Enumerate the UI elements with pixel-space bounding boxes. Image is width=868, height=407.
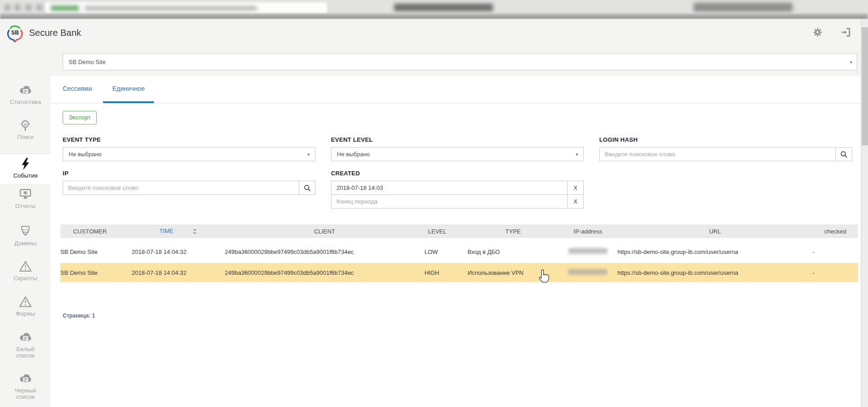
sidebar-item-label: Скрипты bbox=[14, 275, 37, 282]
settings-gear-icon[interactable] bbox=[812, 26, 824, 38]
filter-label: CREATED bbox=[331, 170, 584, 177]
browser-button-blur bbox=[5, 5, 10, 10]
cloud-list-icon bbox=[19, 331, 32, 344]
sort-icon[interactable] bbox=[192, 228, 197, 235]
cell-ip bbox=[558, 240, 617, 263]
event-level-value: Не выбрано bbox=[331, 151, 370, 158]
event-type-value: Не выбрано bbox=[63, 151, 102, 158]
filter-label: IP bbox=[63, 170, 316, 177]
cloud-list-icon bbox=[19, 84, 32, 97]
column-header-client[interactable]: CLIENT bbox=[225, 224, 424, 240]
filter-login-hash: LOGIN HASH bbox=[599, 136, 852, 161]
sidebar-item-whitelist[interactable]: Белый список bbox=[0, 331, 51, 359]
filters: EVENT TYPE Не выбрано ▾ EVENT LEVEL Не в… bbox=[63, 136, 852, 208]
browser-button-blur bbox=[36, 5, 42, 10]
ip-search-icon bbox=[19, 119, 32, 132]
scrollbar-track[interactable] bbox=[861, 19, 868, 407]
filter-label: EVENT LEVEL bbox=[331, 136, 584, 143]
filter-label: EVENT TYPE bbox=[63, 136, 316, 143]
cell-customer: SB Demo Site bbox=[60, 240, 132, 263]
sidebar-item-label: Формы bbox=[16, 311, 35, 317]
column-header-checked[interactable]: checked bbox=[813, 224, 858, 240]
cell-client: 249ba36000029bbe97499c03db5a9001f6b734ec bbox=[225, 262, 424, 282]
warning-triangle-icon bbox=[19, 260, 32, 273]
column-header-customer[interactable]: CUSTOMER bbox=[60, 224, 132, 240]
sidebar-item-label: Черный список bbox=[12, 387, 39, 400]
filter-label: LOGIN HASH bbox=[599, 136, 852, 143]
created-start-input[interactable] bbox=[331, 181, 567, 195]
secure-badge-blur bbox=[51, 5, 79, 11]
filter-ip: IP bbox=[63, 170, 316, 208]
sidebar-item-statistics[interactable]: Статистика bbox=[0, 84, 51, 105]
export-button[interactable]: Экспорт bbox=[63, 111, 97, 124]
pagination-label: Страница: 1 bbox=[63, 313, 95, 319]
tab-bar: Сессиями Единичное bbox=[51, 76, 861, 104]
sidebar-item-label: Белый список bbox=[12, 346, 39, 359]
cell-customer: SB Demo Site bbox=[60, 262, 132, 282]
sidebar-item-reports[interactable]: Отчеты bbox=[0, 188, 51, 209]
sidebar-item-events[interactable]: События bbox=[0, 157, 51, 179]
table-row-highlighted[interactable]: SB Demo Site 2018-07-18 14:04:32 249ba36… bbox=[60, 262, 858, 282]
cell-level: HIGH bbox=[424, 262, 468, 282]
main-panel: Сессиями Единичное Экспорт EVENT TYPE Не… bbox=[51, 76, 861, 407]
event-level-select[interactable]: Не выбрано ▾ bbox=[331, 147, 584, 161]
sidebar-item-blacklist[interactable]: Черный список bbox=[0, 372, 51, 400]
cell-ip bbox=[558, 262, 617, 282]
tab-single[interactable]: Единичное bbox=[103, 76, 153, 103]
sidebar-item-label: События bbox=[13, 173, 38, 179]
sidebar-item-scripts[interactable]: Скрипты bbox=[0, 260, 51, 282]
filter-event-type: EVENT TYPE Не выбрано ▾ bbox=[63, 136, 316, 161]
sidebar-item-domains[interactable]: Домены bbox=[0, 225, 51, 247]
app-header: Secure Bank bbox=[0, 19, 868, 46]
cell-url: https://sb-demo-site.group-ib.com/user/u… bbox=[617, 262, 813, 282]
brand-title: Secure Bank bbox=[29, 28, 81, 38]
ip-input[interactable] bbox=[63, 181, 299, 195]
anonymous-mask-icon bbox=[19, 225, 32, 238]
column-header-type[interactable]: TYPE bbox=[468, 224, 558, 240]
column-header-url[interactable]: URL bbox=[617, 224, 813, 240]
chevron-down-icon: ▾ bbox=[307, 152, 310, 157]
cell-url: https://sb-demo-site.group-ib.com/user/u… bbox=[617, 240, 813, 263]
lightning-icon bbox=[19, 157, 32, 171]
cell-time: 2018-07-18 14:04:32 bbox=[132, 240, 225, 263]
ip-search-button[interactable] bbox=[299, 181, 316, 195]
search-icon bbox=[839, 150, 848, 159]
browser-button-blur bbox=[25, 5, 31, 10]
sidebar-item-forms[interactable]: Формы bbox=[0, 295, 51, 317]
table-row[interactable]: SB Demo Site 2018-07-18 14:04:32 249ba36… bbox=[60, 240, 858, 263]
column-header-time[interactable]: TIME bbox=[132, 224, 225, 240]
column-header-level[interactable]: LEVEL bbox=[424, 224, 468, 240]
table-header-row: CUSTOMER TIME CLIENT LEVEL TYPE IP-addre… bbox=[60, 224, 858, 240]
events-table: CUSTOMER TIME CLIENT LEVEL TYPE IP-addre… bbox=[60, 224, 858, 282]
cell-type: Вход в ДБО bbox=[468, 240, 558, 263]
scrollbar-thumb[interactable] bbox=[862, 27, 868, 145]
sidebar-item-label: Отчеты bbox=[15, 203, 36, 209]
created-end-input[interactable] bbox=[331, 194, 567, 208]
cell-level: LOW bbox=[424, 240, 468, 263]
created-end-clear-button[interactable]: X bbox=[567, 194, 584, 208]
search-icon bbox=[303, 184, 312, 193]
cursor-pointer bbox=[537, 269, 549, 283]
event-type-select[interactable]: Не выбрано ▾ bbox=[63, 147, 316, 161]
login-hash-input[interactable] bbox=[599, 147, 835, 161]
warning-triangle-icon bbox=[19, 295, 32, 309]
cell-client: 249ba36000029bbe97499c03db5a9001f6b734ec bbox=[225, 240, 424, 263]
chrome-block-blur bbox=[394, 4, 493, 11]
sidebar-item-label: Статистика bbox=[10, 99, 41, 105]
created-start-clear-button[interactable]: X bbox=[567, 181, 584, 195]
browser-chrome bbox=[0, 0, 868, 19]
url-text-blur bbox=[84, 6, 257, 10]
chrome-bottom-edge bbox=[0, 14, 868, 19]
tab-sessions[interactable]: Сессиями bbox=[54, 76, 101, 103]
ip-value-redacted bbox=[568, 269, 607, 275]
site-selector[interactable]: SB Demo Site ▾ bbox=[63, 54, 857, 70]
column-header-time-label: TIME bbox=[159, 228, 173, 234]
ip-value-redacted bbox=[568, 248, 607, 254]
login-hash-search-button[interactable] bbox=[835, 147, 852, 161]
sidebar-item-search[interactable]: Поиск bbox=[0, 119, 51, 140]
logout-icon[interactable] bbox=[840, 26, 852, 38]
site-selector-value: SB Demo Site bbox=[63, 59, 106, 65]
sidebar: Статистика Поиск События Отчеты Домены С… bbox=[0, 46, 51, 407]
column-header-ip[interactable]: IP-address bbox=[558, 224, 617, 240]
cell-checked: - bbox=[813, 240, 858, 263]
